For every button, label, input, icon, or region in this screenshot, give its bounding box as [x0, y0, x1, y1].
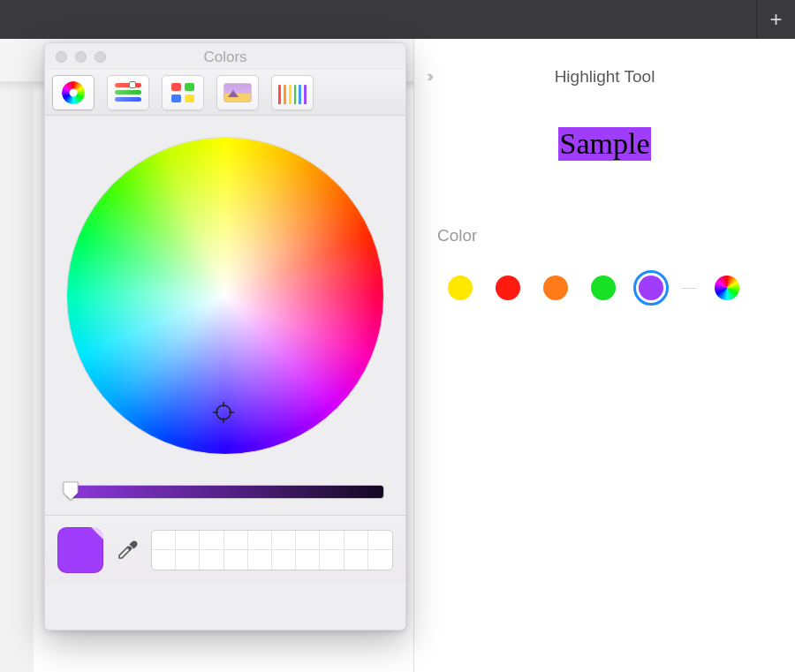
swatch-divider — [681, 288, 697, 289]
saved-color-cell[interactable] — [224, 531, 248, 550]
current-color-swatch[interactable] — [57, 527, 103, 573]
color-wheel-icon — [62, 81, 85, 104]
saved-color-cell[interactable] — [176, 531, 200, 550]
new-tab-button[interactable]: + — [756, 0, 795, 39]
swatch-purple[interactable] — [639, 276, 663, 300]
saved-color-cell[interactable] — [320, 550, 344, 570]
saved-color-cell[interactable] — [344, 550, 368, 570]
image-icon — [223, 83, 252, 102]
saved-color-cell[interactable] — [296, 550, 320, 570]
inspector-panel: ›› Highlight Tool Sample Color — [413, 39, 795, 672]
tab-image-palettes[interactable] — [216, 75, 259, 110]
brightness-track — [66, 485, 384, 499]
pencils-icon — [278, 81, 307, 104]
swatch-yellow[interactable] — [448, 276, 473, 300]
colors-window-footer — [45, 515, 405, 584]
tab-color-sliders[interactable] — [107, 75, 149, 110]
colors-window-title: Colors — [45, 49, 405, 66]
color-wheel[interactable] — [66, 137, 384, 455]
saved-color-cell[interactable] — [200, 550, 223, 570]
color-picker-tabs — [45, 70, 405, 116]
swatch-orange[interactable] — [543, 276, 568, 300]
sliders-icon — [115, 83, 141, 102]
palette-icon — [170, 82, 195, 103]
brightness-slider[interactable] — [66, 481, 384, 502]
swatch-red[interactable] — [496, 276, 520, 300]
inspector-title: Highlight Tool — [414, 67, 795, 87]
saved-color-cell[interactable] — [368, 550, 392, 570]
tab-color-palettes[interactable] — [162, 75, 204, 110]
document-background — [0, 81, 34, 672]
color-section-label: Color — [437, 226, 477, 245]
colors-window: Colors — [44, 42, 406, 630]
saved-color-cell[interactable] — [200, 531, 223, 550]
saved-color-cell[interactable] — [152, 550, 176, 570]
saved-color-cell[interactable] — [152, 531, 176, 550]
saved-color-cell[interactable] — [272, 550, 296, 570]
tab-color-wheel[interactable] — [52, 75, 95, 110]
brightness-thumb[interactable] — [63, 481, 79, 501]
saved-color-cell[interactable] — [296, 531, 320, 550]
eyedropper-button[interactable] — [112, 535, 142, 565]
saved-color-cell[interactable] — [320, 531, 344, 550]
app-titlebar: + — [0, 0, 795, 39]
eyedropper-icon — [116, 539, 139, 562]
saved-color-cell[interactable] — [248, 531, 272, 550]
swatch-green[interactable] — [591, 276, 616, 300]
saved-color-cell[interactable] — [176, 550, 200, 570]
saved-colors-grid — [151, 530, 393, 570]
saved-color-cell[interactable] — [248, 550, 272, 570]
custom-color-button[interactable] — [715, 276, 739, 300]
saved-color-cell[interactable] — [272, 531, 296, 550]
colors-window-titlebar[interactable]: Colors — [45, 43, 405, 70]
saved-color-cell[interactable] — [224, 550, 248, 570]
saved-color-cell[interactable] — [368, 531, 392, 550]
tab-pencils[interactable] — [271, 75, 314, 110]
highlight-color-swatches — [448, 276, 739, 300]
saved-color-cell[interactable] — [344, 531, 368, 550]
highlight-sample-text: Sample — [558, 127, 652, 161]
